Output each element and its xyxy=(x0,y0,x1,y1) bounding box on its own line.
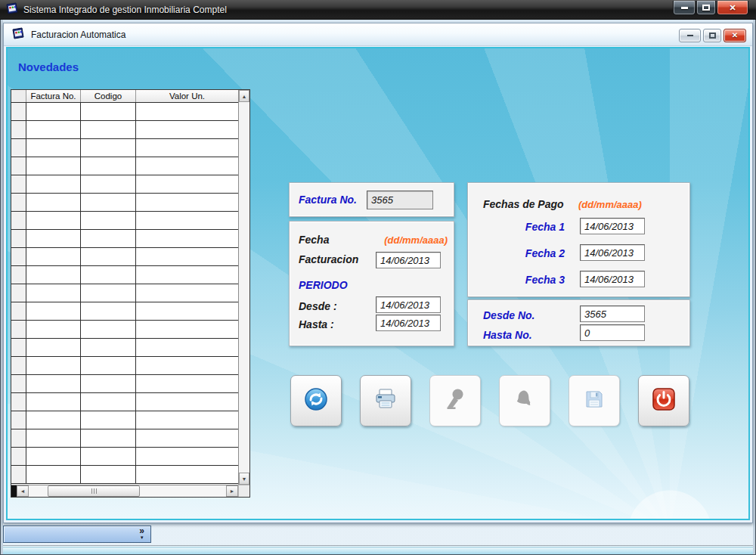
save-button[interactable] xyxy=(569,375,620,426)
row-selector[interactable] xyxy=(11,212,26,229)
row-selector[interactable] xyxy=(11,157,26,175)
grid-cell[interactable] xyxy=(26,139,81,157)
grid-cell[interactable] xyxy=(81,393,136,411)
scroll-down-button[interactable]: ▼ xyxy=(239,473,249,485)
table-row[interactable] xyxy=(11,448,238,466)
grid-cell[interactable] xyxy=(136,266,238,284)
scroll-left-button[interactable]: ◄ xyxy=(17,485,29,497)
periodo-desde-input[interactable] xyxy=(376,296,441,313)
grid-cell[interactable] xyxy=(136,429,238,447)
scroll-up-button[interactable]: ▲ xyxy=(239,90,249,102)
grid-cell[interactable] xyxy=(136,339,238,356)
row-selector[interactable] xyxy=(11,448,26,465)
grid-cell[interactable] xyxy=(81,429,136,447)
grid-cell[interactable] xyxy=(81,411,136,429)
table-row[interactable] xyxy=(11,321,238,339)
row-selector[interactable] xyxy=(11,230,26,247)
grid-cell[interactable] xyxy=(136,194,238,211)
table-row[interactable] xyxy=(11,266,238,284)
row-selector[interactable] xyxy=(11,121,26,138)
grid-cell[interactable] xyxy=(136,248,238,265)
grid-cell[interactable] xyxy=(81,230,136,247)
form-maximize-button[interactable] xyxy=(703,29,721,42)
column-header-codigo[interactable]: Codigo xyxy=(81,90,136,102)
periodo-hasta-input[interactable] xyxy=(376,315,441,331)
grid-cell[interactable] xyxy=(136,448,238,465)
row-selector[interactable] xyxy=(11,266,26,284)
table-row[interactable] xyxy=(11,157,238,175)
bottom-toolbar[interactable]: » ▼ xyxy=(3,526,151,543)
grid-vertical-scrollbar[interactable]: ▲ ▼ xyxy=(238,90,249,485)
grid-cell[interactable] xyxy=(26,230,81,247)
grid-horizontal-scrollbar[interactable]: ◄ ► xyxy=(11,485,238,497)
grid-cell[interactable] xyxy=(26,411,81,429)
grid-cell[interactable] xyxy=(81,175,136,193)
grid-cell[interactable] xyxy=(136,466,238,483)
table-row[interactable] xyxy=(11,466,238,484)
grid-cell[interactable] xyxy=(81,375,136,392)
search-button[interactable] xyxy=(429,375,481,426)
clear-button[interactable] xyxy=(499,375,550,426)
close-button[interactable]: ✕ xyxy=(717,1,748,15)
grid-cell[interactable] xyxy=(81,157,136,175)
table-row[interactable] xyxy=(11,248,238,266)
refresh-button[interactable] xyxy=(290,375,342,426)
grid-cell[interactable] xyxy=(81,357,136,374)
toolbar-overflow-button[interactable]: » ▼ xyxy=(139,527,144,541)
exit-button[interactable] xyxy=(638,375,689,426)
column-header-valor[interactable]: Valor Un. xyxy=(136,90,238,102)
form-titlebar[interactable]: Facturacion Automatica ✕ xyxy=(4,23,752,46)
fecha3-input[interactable] xyxy=(580,271,645,287)
grid-cell[interactable] xyxy=(26,302,81,320)
grid-cell[interactable] xyxy=(81,302,136,320)
fecha2-input[interactable] xyxy=(580,244,645,261)
row-selector[interactable] xyxy=(11,302,26,320)
grid-cell[interactable] xyxy=(26,194,81,211)
grid-cell[interactable] xyxy=(136,411,238,429)
grid-cell[interactable] xyxy=(81,466,136,483)
table-row[interactable] xyxy=(11,284,238,302)
grid-cell[interactable] xyxy=(81,212,136,229)
row-selector[interactable] xyxy=(11,194,26,211)
grid-cell[interactable] xyxy=(26,157,81,175)
row-selector[interactable] xyxy=(11,411,26,429)
row-selector[interactable] xyxy=(11,339,26,356)
row-selector[interactable] xyxy=(11,321,26,338)
table-row[interactable] xyxy=(11,212,238,230)
row-selector[interactable] xyxy=(11,466,26,483)
maximize-button[interactable] xyxy=(696,1,716,15)
grid-cell[interactable] xyxy=(81,284,136,302)
grid-cell[interactable] xyxy=(26,357,81,374)
grid-cell[interactable] xyxy=(136,321,238,338)
row-selector[interactable] xyxy=(11,357,26,374)
grid-cell[interactable] xyxy=(136,175,238,193)
grid-cell[interactable] xyxy=(26,284,81,302)
minimize-button[interactable] xyxy=(673,1,696,15)
grid-cell[interactable] xyxy=(26,429,81,447)
grid-cell[interactable] xyxy=(81,194,136,211)
grid-splitter[interactable] xyxy=(11,485,17,497)
grid-cell[interactable] xyxy=(136,139,238,157)
table-row[interactable] xyxy=(11,357,238,375)
grid-cell[interactable] xyxy=(26,375,81,392)
table-row[interactable] xyxy=(11,429,238,448)
factura-input[interactable] xyxy=(367,191,433,209)
form-minimize-button[interactable] xyxy=(679,29,701,42)
grid-cell[interactable] xyxy=(136,103,238,120)
grid-cell[interactable] xyxy=(81,339,136,356)
grid-cell[interactable] xyxy=(26,103,81,120)
scrollbar-track[interactable] xyxy=(29,485,226,497)
grid-cell[interactable] xyxy=(26,266,81,284)
desde-no-input[interactable] xyxy=(580,305,645,322)
grid-cell[interactable] xyxy=(26,121,81,138)
grid-cell[interactable] xyxy=(136,357,238,374)
grid-cell[interactable] xyxy=(81,448,136,465)
grid-cell[interactable] xyxy=(26,248,81,265)
row-selector[interactable] xyxy=(11,393,26,411)
print-button[interactable] xyxy=(360,375,411,426)
table-row[interactable] xyxy=(11,175,238,194)
scroll-right-button[interactable]: ► xyxy=(226,485,238,497)
row-selector[interactable] xyxy=(11,429,26,447)
row-selector[interactable] xyxy=(11,248,26,265)
grid-cell[interactable] xyxy=(136,157,238,175)
